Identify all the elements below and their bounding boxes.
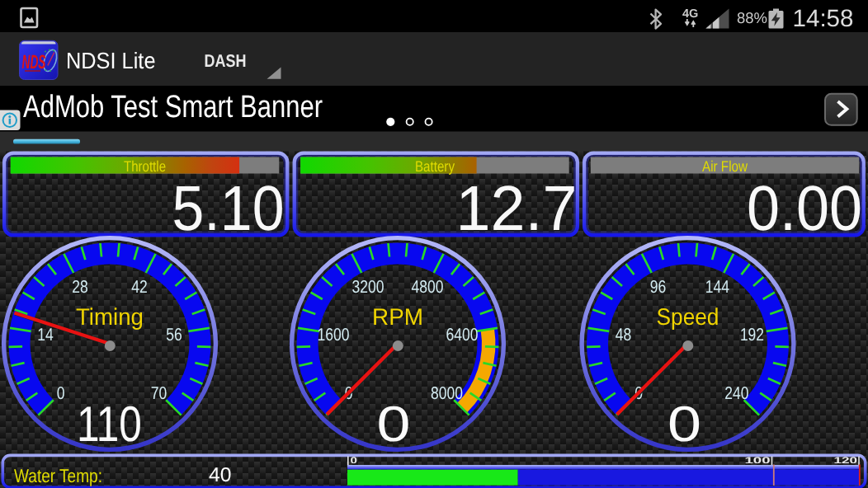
svg-text:4G: 4G	[682, 7, 698, 21]
svg-text:0: 0	[377, 396, 411, 452]
svg-text:NDS: NDS	[22, 51, 46, 73]
svg-text:Battery: Battery	[415, 157, 455, 175]
svg-text:0: 0	[57, 383, 65, 403]
svg-text:42: 42	[131, 277, 148, 297]
svg-text:Timing: Timing	[76, 304, 144, 331]
svg-text:14: 14	[37, 325, 54, 345]
svg-text:1600: 1600	[318, 325, 350, 345]
svg-text:70: 70	[151, 383, 167, 403]
svg-text:6400: 6400	[446, 325, 479, 345]
svg-text:144: 144	[705, 277, 729, 297]
svg-text:14:58: 14:58	[793, 5, 854, 32]
svg-text:0.00: 0.00	[747, 173, 862, 244]
svg-text:Speed: Speed	[657, 304, 719, 331]
svg-text:88%: 88%	[737, 9, 767, 26]
svg-text:4800: 4800	[411, 277, 443, 297]
svg-text:5.10: 5.10	[172, 173, 285, 244]
svg-text:RPM: RPM	[372, 304, 423, 331]
svg-text:DASH: DASH	[204, 51, 246, 71]
svg-text:28: 28	[72, 277, 88, 297]
svg-text:56: 56	[166, 325, 182, 345]
svg-text:Water Temp:: Water Temp:	[14, 465, 102, 486]
svg-text:0: 0	[668, 396, 701, 452]
svg-text:Air Flow: Air Flow	[702, 157, 748, 175]
svg-text:110: 110	[77, 396, 142, 452]
svg-text:100: 100	[745, 456, 771, 466]
svg-text:8000: 8000	[431, 383, 463, 403]
svg-text:Throttle: Throttle	[124, 157, 166, 175]
svg-text:48: 48	[616, 325, 632, 345]
svg-text:40: 40	[209, 464, 232, 486]
svg-text:120: 120	[833, 456, 857, 466]
svg-text:NDSI Lite: NDSI Lite	[66, 48, 156, 73]
svg-text:240: 240	[724, 383, 748, 403]
svg-text:AdMob Test Smart Banner: AdMob Test Smart Banner	[23, 89, 323, 124]
svg-text:192: 192	[740, 325, 764, 345]
svg-text:0: 0	[351, 456, 357, 466]
svg-text:96: 96	[650, 277, 667, 297]
svg-text:3200: 3200	[352, 277, 384, 297]
svg-text:12.7: 12.7	[456, 173, 578, 244]
